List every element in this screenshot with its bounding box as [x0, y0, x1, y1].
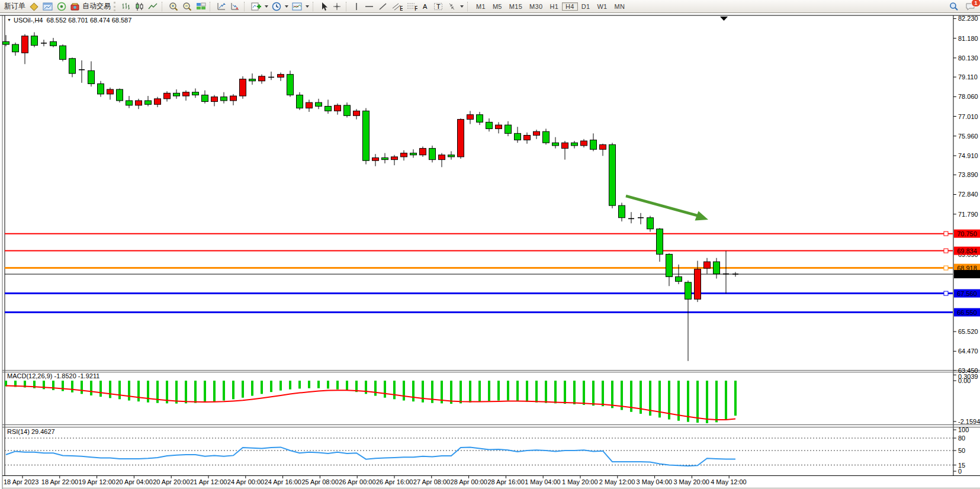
chart-canvas[interactable]: 82.23081.18080.13079.11078.06077.01075.9…	[0, 0, 980, 489]
fibonacci-tool[interactable]: F	[404, 1, 419, 12]
profile-prev-icon[interactable]	[215, 1, 229, 12]
candle-body[interactable]	[297, 95, 303, 108]
candle-body[interactable]	[249, 79, 256, 81]
period-clock-button[interactable]	[270, 1, 290, 12]
candle-body[interactable]	[31, 36, 38, 46]
candle-body[interactable]	[619, 205, 625, 218]
candle-body[interactable]	[647, 218, 654, 229]
candle-body[interactable]	[173, 93, 180, 96]
candle-body[interactable]	[325, 106, 332, 111]
candle-body[interactable]	[562, 143, 568, 148]
candle-body[interactable]	[22, 36, 28, 53]
candle-body[interactable]	[420, 149, 426, 155]
candle-body[interactable]	[543, 131, 550, 143]
vertical-line-tool[interactable]	[351, 1, 362, 12]
new-order-button[interactable]: 新订单	[2, 1, 27, 12]
candle-body[interactable]	[505, 125, 512, 133]
signal-icon[interactable]	[55, 1, 69, 12]
search-icon[interactable]	[949, 2, 959, 11]
symbol-dropdown-icon[interactable]: ▼	[7, 18, 11, 22]
candle-body[interactable]	[391, 157, 398, 160]
equidistant-channel-tool[interactable]: E	[390, 1, 404, 12]
candle-body[interactable]	[685, 282, 692, 299]
timeframe-m15[interactable]: M15	[506, 2, 526, 11]
candle-body[interactable]	[211, 97, 218, 102]
candle-body[interactable]	[12, 44, 19, 52]
text-tool[interactable]: A	[419, 1, 432, 12]
candle-body[interactable]	[69, 59, 76, 73]
candle-body[interactable]	[88, 70, 95, 83]
chart-template-button[interactable]	[290, 1, 311, 12]
candle-body[interactable]	[695, 269, 701, 300]
candle-body[interactable]	[3, 41, 9, 44]
gold-seal-icon[interactable]	[27, 1, 41, 12]
tile-windows-icon[interactable]	[194, 1, 208, 12]
profile-next-icon[interactable]	[229, 1, 242, 12]
candle-body[interactable]	[240, 79, 246, 96]
horizontal-line-tool[interactable]	[362, 1, 376, 12]
candle-body[interactable]	[382, 157, 388, 159]
candle-body[interactable]	[344, 105, 351, 115]
cursor-tool[interactable]	[318, 1, 330, 12]
candle-body[interactable]	[363, 111, 369, 160]
candle-body[interactable]	[164, 93, 171, 98]
timeframe-h4[interactable]: H4	[562, 2, 578, 11]
candlestick-chart-icon[interactable]	[133, 1, 146, 12]
candle-body[interactable]	[145, 101, 152, 104]
candle-body[interactable]	[117, 89, 123, 101]
arrow-shapes-tool[interactable]	[445, 1, 465, 12]
line-handle[interactable]	[944, 231, 948, 236]
candle-body[interactable]	[704, 262, 711, 268]
candle-body[interactable]	[126, 101, 133, 105]
line-handle[interactable]	[944, 249, 948, 253]
trend-line-tool[interactable]	[376, 1, 390, 12]
candle-body[interactable]	[571, 143, 578, 146]
candle-body[interactable]	[136, 101, 142, 105]
candle-body[interactable]	[552, 143, 559, 146]
candle-body[interactable]	[657, 229, 663, 255]
candle-body[interactable]	[183, 92, 189, 96]
candle-body[interactable]	[496, 125, 502, 128]
candle-body[interactable]	[230, 96, 237, 101]
zoom-out-icon[interactable]	[181, 1, 194, 12]
add-indicator-button[interactable]	[249, 1, 270, 12]
candle-body[interactable]	[439, 155, 445, 160]
candle-body[interactable]	[600, 144, 606, 149]
line-handle[interactable]	[944, 266, 948, 270]
candle-body[interactable]	[448, 155, 455, 157]
candle-body[interactable]	[372, 157, 379, 160]
candle-body[interactable]	[221, 97, 227, 101]
candle-body[interactable]	[714, 262, 720, 274]
candle-body[interactable]	[50, 41, 57, 46]
bar-chart-icon[interactable]	[119, 1, 133, 12]
open-chart-icon[interactable]	[41, 1, 55, 12]
candle-body[interactable]	[534, 131, 540, 135]
notifications-icon[interactable]: 1	[965, 2, 976, 11]
candle-body[interactable]	[316, 102, 322, 106]
text-label-tool[interactable]: T	[432, 1, 445, 12]
candle-body[interactable]	[477, 115, 483, 123]
crosshair-tool[interactable]	[330, 1, 344, 12]
candle-body[interactable]	[107, 89, 114, 94]
candle-body[interactable]	[581, 141, 587, 146]
candle-body[interactable]	[202, 95, 208, 101]
zoom-in-icon[interactable]	[167, 1, 181, 12]
candle-body[interactable]	[590, 140, 597, 149]
candle-body[interactable]	[401, 153, 407, 157]
candle-body[interactable]	[458, 120, 464, 157]
line-handle[interactable]	[944, 291, 948, 295]
timeframe-m5[interactable]: M5	[489, 2, 506, 11]
candle-body[interactable]	[676, 276, 682, 281]
candle-body[interactable]	[486, 122, 493, 128]
candle-body[interactable]	[60, 46, 66, 59]
timeframe-d1[interactable]: D1	[578, 2, 594, 11]
candle-body[interactable]	[98, 84, 104, 94]
line-chart-icon[interactable]	[146, 1, 160, 12]
candle-body[interactable]	[354, 111, 360, 115]
timeframe-m1[interactable]: M1	[473, 2, 489, 11]
candle-body[interactable]	[410, 153, 417, 155]
timeframe-w1[interactable]: W1	[593, 2, 611, 11]
candle-body[interactable]	[287, 75, 294, 95]
candle-body[interactable]	[259, 76, 265, 81]
candle-body[interactable]	[524, 136, 531, 140]
